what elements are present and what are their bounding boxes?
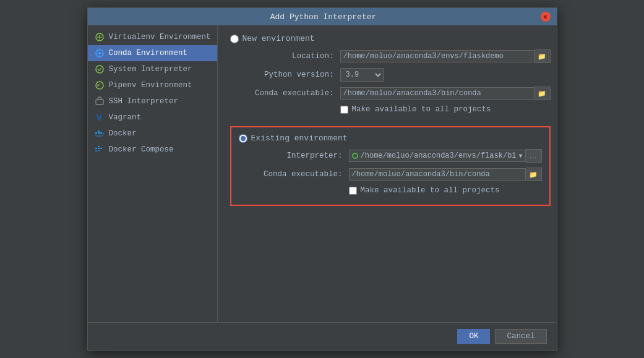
folder-icon-2: 📁 [538, 90, 546, 98]
existing-conda-exec-label: Conda executable: [250, 170, 349, 179]
sidebar-item-dockercompose-label: Docker Compose [109, 145, 174, 154]
new-make-available-label: Make available to all projects [352, 105, 491, 114]
location-row: Location: 📁 [230, 49, 551, 63]
svg-rect-12 [98, 148, 100, 149]
new-conda-exec-field-group: 📁 [340, 87, 551, 100]
new-conda-exec-browse-button[interactable]: 📁 [535, 87, 551, 100]
virtualenv-icon [94, 32, 105, 43]
new-env-radio-label: New environment [243, 34, 315, 43]
sidebar-item-dockercompose[interactable]: Docker Compose [88, 142, 217, 158]
sidebar-item-system-label: System Interpreter [109, 65, 192, 74]
docker-compose-icon [94, 144, 105, 155]
svg-point-3 [96, 66, 103, 73]
sidebar-item-virtualenv[interactable]: Virtualenv Environment [88, 29, 217, 45]
cancel-button[interactable]: Cancel [495, 329, 546, 344]
sidebar-item-virtualenv-label: Virtualenv Environment [109, 33, 211, 41]
svg-text:P: P [97, 83, 100, 88]
svg-rect-6 [96, 100, 103, 104]
existing-environment-section: Existing environment Interpreter: /home/… [230, 126, 551, 206]
svg-rect-13 [100, 148, 102, 149]
python-version-select[interactable]: 3.9 3.8 3.7 [340, 68, 384, 82]
sidebar: Virtualenv Environment Conda Environment [88, 25, 218, 322]
pipenv-icon: P [94, 80, 105, 91]
new-env-radio-row: New environment [230, 34, 551, 43]
python-version-label: Python version: [241, 70, 340, 79]
existing-conda-exec-browse-button[interactable]: 📁 [526, 168, 542, 181]
conda-icon [94, 48, 105, 59]
sidebar-item-vagrant-label: Vagrant [109, 113, 142, 122]
folder-icon-3: 📁 [529, 171, 538, 179]
existing-conda-exec-field-group: 📁 [349, 168, 542, 181]
existing-make-available-checkbox[interactable] [349, 187, 357, 195]
interpreter-row: Interpreter: /home/moluo/anaconda3/envs/… [239, 149, 542, 163]
ok-button[interactable]: OK [457, 329, 490, 344]
existing-make-available-label: Make available to all projects [361, 186, 500, 195]
sidebar-item-vagrant[interactable]: V Vagrant [88, 109, 217, 126]
svg-rect-7 [95, 132, 97, 134]
svg-rect-15 [95, 150, 97, 151]
existing-conda-exec-row: Conda executable: 📁 [239, 168, 542, 181]
new-env-radio[interactable] [230, 35, 239, 43]
location-label: Location: [241, 52, 340, 61]
svg-rect-16 [98, 150, 100, 151]
interpreter-dropdown[interactable]: /home/moluo/anaconda3/envs/flask/bi ▼ [349, 150, 526, 162]
sidebar-item-pipenv-label: Pipenv Environment [109, 81, 192, 90]
vagrant-icon: V [94, 112, 105, 123]
dropdown-arrow-icon: ▼ [519, 153, 523, 160]
dialog-body: Virtualenv Environment Conda Environment [88, 25, 557, 322]
interpreter-status-dot [352, 153, 358, 159]
main-panel: New environment Location: 📁 Python versi… [218, 25, 563, 322]
existing-env-radio-row: Existing environment [239, 134, 542, 143]
svg-rect-14 [98, 146, 100, 147]
python-version-row: Python version: 3.9 3.8 3.7 [230, 68, 551, 82]
existing-env-radio[interactable] [239, 134, 247, 143]
new-make-available-row: Make available to all projects [230, 105, 551, 114]
ssh-icon [94, 96, 105, 107]
new-make-available-checkbox[interactable] [340, 106, 348, 114]
sidebar-item-system[interactable]: System Interpreter [88, 61, 217, 77]
sidebar-item-ssh[interactable]: SSH Interpreter [88, 93, 217, 109]
svg-rect-10 [98, 130, 100, 132]
existing-env-radio-label: Existing environment [251, 134, 348, 143]
existing-conda-exec-input[interactable] [349, 168, 526, 181]
sidebar-item-ssh-label: SSH Interpreter [109, 97, 179, 106]
dialog-footer: OK Cancel [88, 322, 557, 350]
system-icon [94, 64, 105, 75]
svg-point-2 [98, 52, 101, 54]
existing-make-available-row: Make available to all projects [239, 186, 542, 195]
interpreter-more-button[interactable]: ... [526, 149, 542, 163]
interpreter-field-group: /home/moluo/anaconda3/envs/flask/bi ▼ ..… [349, 149, 542, 163]
docker-icon [94, 128, 105, 139]
location-field-group: 📁 [340, 49, 551, 63]
new-conda-exec-row: Conda executable: 📁 [230, 87, 551, 100]
interpreter-label: Interpreter: [250, 151, 349, 160]
sidebar-item-docker-label: Docker [109, 129, 137, 138]
new-conda-exec-input[interactable] [340, 87, 535, 100]
interpreter-path-text: /home/moluo/anaconda3/envs/flask/bi [361, 151, 517, 160]
sidebar-item-conda[interactable]: Conda Environment [88, 45, 217, 61]
interpreter-value-display: /home/moluo/anaconda3/envs/flask/bi [352, 151, 517, 160]
svg-rect-9 [100, 132, 102, 134]
dialog-title: Add Python Interpreter [106, 12, 541, 22]
new-conda-exec-label: Conda executable: [241, 89, 340, 98]
sidebar-item-docker[interactable]: Docker [88, 126, 217, 142]
sidebar-item-conda-label: Conda Environment [109, 49, 188, 58]
add-interpreter-dialog: Add Python Interpreter × Virtualenv Envi… [87, 7, 557, 351]
sidebar-item-pipenv[interactable]: P Pipenv Environment [88, 77, 217, 93]
dialog-titlebar: Add Python Interpreter × [88, 8, 557, 25]
location-browse-button[interactable]: 📁 [535, 49, 551, 63]
svg-rect-11 [95, 148, 97, 149]
new-environment-section: New environment Location: 📁 Python versi… [230, 34, 551, 124]
folder-icon: 📁 [538, 53, 546, 61]
svg-rect-8 [98, 132, 100, 134]
location-input[interactable] [340, 50, 535, 62]
close-button[interactable]: × [541, 12, 551, 22]
